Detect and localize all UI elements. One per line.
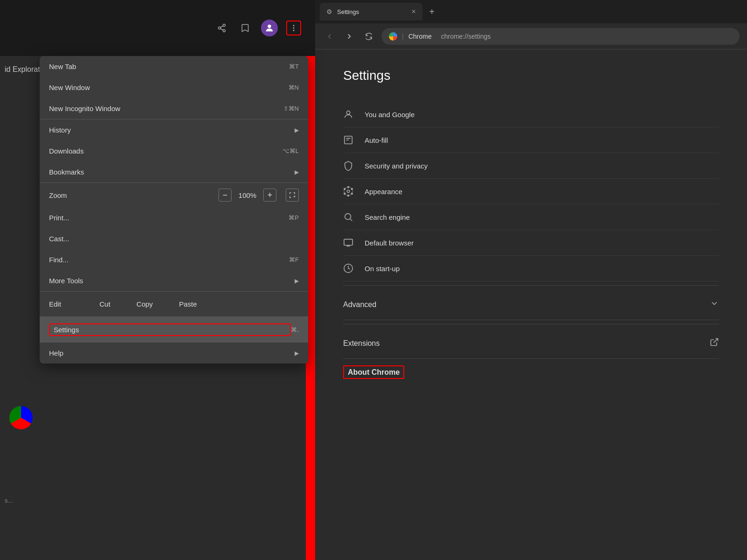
svg-point-11: [344, 193, 345, 195]
zoom-minus-button[interactable]: −: [218, 189, 232, 202]
cut-button[interactable]: Cut: [86, 297, 123, 311]
menu-item-print[interactable]: Print... ⌘P: [40, 207, 308, 228]
tab-bar: ⚙ Settings ✕ +: [315, 0, 747, 23]
default-browser-icon: [343, 238, 353, 248]
autofill-icon: [343, 135, 353, 145]
svg-point-1: [293, 25, 295, 26]
settings-tab-icon: ⚙: [326, 8, 332, 15]
svg-rect-14: [344, 239, 352, 245]
paste-button[interactable]: Paste: [166, 297, 210, 311]
menu-item-history[interactable]: History ▶: [40, 119, 308, 140]
svg-point-6: [347, 190, 350, 193]
menu-item-downloads[interactable]: Downloads ⌥⌘L: [40, 140, 308, 161]
share-icon[interactable]: [214, 21, 229, 35]
settings-nav-search-engine[interactable]: Search engine: [343, 204, 719, 230]
zoom-fullscreen-button[interactable]: [286, 189, 299, 202]
settings-nav-appearance[interactable]: Appearance: [343, 179, 719, 204]
svg-point-0: [268, 25, 271, 28]
svg-point-3: [293, 30, 295, 31]
tab-close-button[interactable]: ✕: [411, 8, 416, 15]
svg-point-9: [351, 193, 352, 195]
new-tab-button[interactable]: +: [424, 4, 439, 19]
settings-divider-2: [343, 324, 719, 324]
settings-divider-1: [343, 285, 719, 286]
advanced-chevron-icon: [710, 299, 719, 310]
menu-item-cast[interactable]: Cast...: [40, 228, 308, 249]
address-bar: | Chrome chrome://settings: [315, 23, 747, 49]
edit-row: Edit Cut Copy Paste: [40, 292, 308, 316]
bottom-text: s...: [5, 497, 13, 504]
extensions-external-icon: [710, 337, 719, 349]
settings-tab[interactable]: ⚙ Settings ✕: [320, 3, 423, 21]
settings-nav-advanced[interactable]: Advanced: [343, 289, 719, 320]
svg-point-10: [348, 195, 349, 196]
browser-toolbar: [0, 0, 310, 56]
menu-item-new-incognito[interactable]: New Incognito Window ⇧⌘N: [40, 98, 308, 119]
browser-logo: [9, 406, 33, 429]
page-label: id Explorat: [5, 65, 40, 74]
menu-section-new: New Tab ⌘T New Window ⌘N New Incognito W…: [40, 56, 308, 119]
settings-title: Settings: [343, 68, 719, 83]
settings-nav-security[interactable]: Security and privacy: [343, 153, 719, 179]
forward-button[interactable]: [342, 29, 356, 43]
more-options-button[interactable]: [286, 21, 301, 35]
svg-point-7: [348, 186, 349, 188]
menu-section-view: Zoom − 100% + Print... ⌘P Cas: [40, 183, 308, 292]
settings-nav-startup[interactable]: On start-up: [343, 256, 719, 281]
security-icon: [343, 161, 353, 171]
menu-item-bookmarks[interactable]: Bookmarks ▶: [40, 161, 308, 182]
menu-item-new-window[interactable]: New Window ⌘N: [40, 77, 308, 98]
menu-section-edit: Edit Cut Copy Paste: [40, 292, 308, 317]
settings-nav-about-chrome[interactable]: About Chrome: [343, 359, 719, 386]
svg-line-16: [713, 339, 718, 343]
svg-point-13: [345, 214, 351, 220]
settings-panel: ⚙ Settings ✕ + | Chrome chrome:/: [315, 0, 747, 560]
copy-button[interactable]: Copy: [123, 297, 166, 311]
svg-point-4: [346, 111, 350, 114]
zoom-controls: − 100% +: [218, 189, 299, 202]
menu-item-find[interactable]: Find... ⌘F: [40, 249, 308, 270]
bookmark-icon[interactable]: [238, 21, 253, 35]
svg-point-12: [344, 189, 345, 190]
appearance-icon: [343, 186, 353, 196]
svg-point-8: [351, 189, 352, 190]
edit-actions: Cut Copy Paste: [86, 297, 210, 311]
menu-item-help[interactable]: Help ▶: [40, 343, 308, 364]
settings-content: Settings You and Google Auto-fill: [315, 49, 747, 560]
menu-item-settings[interactable]: Settings ⌘,: [40, 317, 308, 343]
you-and-google-icon: [343, 109, 353, 119]
back-button[interactable]: [323, 29, 337, 43]
settings-nav-extensions[interactable]: Extensions: [343, 328, 719, 359]
left-browser-panel: id Explorat s... New Tab ⌘T New Window ⌘…: [0, 0, 310, 560]
search-engine-icon: [343, 212, 353, 222]
startup-icon: [343, 263, 353, 273]
menu-item-new-tab[interactable]: New Tab ⌘T: [40, 56, 308, 77]
chrome-menu: New Tab ⌘T New Window ⌘N New Incognito W…: [40, 56, 308, 364]
settings-nav-default-browser[interactable]: Default browser: [343, 230, 719, 256]
settings-nav-autofill[interactable]: Auto-fill: [343, 127, 719, 153]
zoom-row: Zoom − 100% +: [40, 183, 308, 207]
url-bar[interactable]: | Chrome chrome://settings: [381, 28, 740, 45]
menu-item-more-tools[interactable]: More Tools ▶: [40, 270, 308, 291]
menu-section-settings: Settings ⌘, Help ▶: [40, 317, 308, 364]
menu-section-browse: History ▶ Downloads ⌥⌘L Bookmarks ▶: [40, 119, 308, 183]
settings-nav-you-and-google[interactable]: You and Google: [343, 102, 719, 127]
avatar[interactable]: [261, 20, 278, 36]
svg-point-2: [293, 28, 295, 29]
chrome-icon: [389, 32, 397, 41]
zoom-plus-button[interactable]: +: [263, 189, 276, 202]
reload-button[interactable]: [362, 29, 376, 43]
